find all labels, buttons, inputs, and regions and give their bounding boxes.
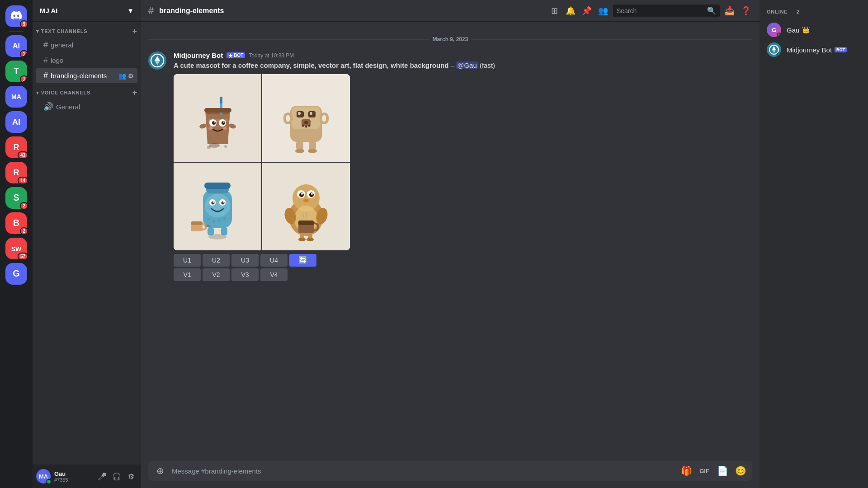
- user-initials: MA: [39, 473, 48, 480]
- member-midjourney-bot[interactable]: Midjourney Bot BOT: [763, 40, 864, 60]
- user-tag: #7355: [54, 477, 92, 483]
- svg-text:SW: SW: [11, 245, 22, 253]
- channel-branding-elements[interactable]: # branding-elements 👥 ⚙: [36, 68, 137, 83]
- voice-channels-section: ▾ VOICE CHANNELS + 🔊 General: [33, 87, 141, 114]
- svg-point-69: [223, 201, 224, 202]
- settings-btn[interactable]: ⚙: [125, 470, 137, 483]
- mascot-image-3[interactable]: [174, 163, 261, 250]
- voice-channels-label: ▾ VOICE CHANNELS: [36, 90, 90, 96]
- svg-text:AI: AI: [12, 117, 20, 127]
- search-input[interactable]: [617, 7, 704, 14]
- channel-actions: 👥 ⚙: [118, 72, 134, 80]
- server-divider: [9, 31, 24, 32]
- channel-name: General: [56, 103, 80, 111]
- server-icon-r43[interactable]: R 43: [5, 136, 27, 158]
- server-badge-s2: 2: [20, 202, 28, 210]
- u2-btn[interactable]: U2: [203, 254, 230, 267]
- server-icon-ma[interactable]: MA: [5, 86, 27, 108]
- deafen-btn[interactable]: 🎧: [110, 470, 123, 483]
- server-icon-sw57[interactable]: SW 57: [5, 238, 27, 259]
- member-bot-name-row: Midjourney Bot BOT: [787, 46, 847, 54]
- member-name-bot: Midjourney Bot: [787, 46, 832, 54]
- mascot-image-1[interactable]: [174, 74, 261, 162]
- u1-btn[interactable]: U1: [174, 254, 201, 267]
- svg-rect-77: [221, 227, 227, 235]
- user-controls: 🎤 🎧 ⚙: [96, 470, 137, 483]
- text-channels-header[interactable]: ▾ TEXT CHANNELS +: [33, 25, 141, 37]
- server-header[interactable]: MJ AI ▼: [33, 0, 141, 22]
- mascot-image-4[interactable]: [262, 163, 350, 250]
- date-divider: March 9, 2023: [148, 36, 752, 42]
- user-panel: MA Gau #7355 🎤 🎧 ⚙: [33, 465, 141, 488]
- pin-btn[interactable]: 📌: [580, 5, 593, 17]
- message-input-area: ⊕ 🎁 GIF 📄 😊: [141, 454, 760, 488]
- channel-voice-general[interactable]: 🔊 General: [36, 99, 137, 114]
- sticker-btn[interactable]: 📄: [714, 461, 731, 481]
- channel-header: # branding-elements ⊞ 🔔 📌 👥 🔍 📥 ❓: [141, 0, 760, 22]
- add-voice-channel-btn[interactable]: +: [132, 89, 137, 97]
- crown-icon: 👑: [802, 26, 810, 33]
- add-text-channel-btn[interactable]: +: [132, 27, 137, 35]
- server-icon-mjai[interactable]: AI 1: [5, 35, 27, 57]
- channel-name: logo: [51, 56, 63, 64]
- v3-btn[interactable]: V3: [231, 268, 259, 281]
- notifications-btn[interactable]: 🔔: [564, 5, 577, 17]
- server-icon-b2[interactable]: B 2: [5, 212, 27, 234]
- gif-btn[interactable]: GIF: [696, 461, 712, 481]
- add-attachment-btn[interactable]: ⊕: [152, 461, 168, 481]
- message-mention[interactable]: @Gau: [456, 61, 478, 69]
- channel-hash-icon: #: [43, 56, 48, 65]
- search-bar[interactable]: 🔍: [613, 5, 720, 17]
- v4-btn[interactable]: V4: [260, 268, 288, 281]
- refresh-btn[interactable]: 🔄: [289, 254, 316, 267]
- inbox-btn[interactable]: 📥: [723, 5, 736, 17]
- svg-text:T: T: [14, 67, 19, 76]
- mute-btn[interactable]: 🎤: [96, 470, 108, 483]
- channel-settings-icon[interactable]: ⚙: [128, 72, 134, 80]
- voice-channels-header[interactable]: ▾ VOICE CHANNELS +: [33, 87, 141, 99]
- member-gau[interactable]: G Gau 👑: [763, 20, 864, 40]
- channel-members-icon[interactable]: 👥: [118, 72, 126, 80]
- server-badge-2: 1: [20, 75, 27, 82]
- mascot-image-2[interactable]: [262, 74, 350, 162]
- message-input[interactable]: [172, 461, 675, 481]
- server-badge-43: 43: [18, 151, 28, 159]
- svg-rect-76: [208, 227, 214, 235]
- threads-btn[interactable]: ⊞: [548, 5, 561, 17]
- message-header: Midjourney Bot BOT Today at 10:33 PM: [174, 52, 752, 59]
- gift-btn[interactable]: 🎁: [678, 461, 694, 481]
- svg-point-34: [222, 127, 227, 130]
- server-icon-2[interactable]: T 1: [5, 61, 27, 82]
- member-name-gau: Gau: [787, 26, 799, 34]
- svg-rect-26: [220, 97, 222, 103]
- discord-home-icon[interactable]: 9: [5, 5, 27, 27]
- server-icon-g[interactable]: G: [5, 263, 27, 285]
- channel-logo[interactable]: # logo: [36, 53, 137, 68]
- v2-btn[interactable]: V2: [203, 268, 230, 281]
- image-grid: [174, 74, 350, 250]
- server-sidebar: 9 AI 1 T 1 MA AI R 43 R 14 S 2 B 2 SW 57…: [0, 0, 33, 488]
- svg-text:B: B: [13, 218, 19, 228]
- channel-name: branding-elements: [51, 72, 107, 80]
- server-icon-s2[interactable]: S 2: [5, 187, 27, 209]
- action-row-1: U1 U2 U3 U4 🔄: [174, 254, 752, 267]
- members-btn[interactable]: 👥: [597, 5, 609, 17]
- server-icon-r14[interactable]: R 14: [5, 162, 27, 183]
- emoji-btn[interactable]: 😊: [732, 461, 749, 481]
- svg-point-56: [302, 124, 304, 127]
- v1-btn[interactable]: V1: [174, 268, 201, 281]
- members-sidebar: ONLINE — 2 G Gau 👑 Midj: [760, 0, 868, 488]
- svg-rect-47: [310, 112, 312, 115]
- online-dot-bot: [777, 52, 781, 57]
- help-btn[interactable]: ❓: [740, 5, 752, 17]
- u4-btn[interactable]: U4: [260, 254, 288, 267]
- text-channels-label: ▾ TEXT CHANNELS: [36, 28, 87, 34]
- svg-point-73: [212, 220, 215, 223]
- message-avatar: [148, 52, 166, 70]
- channel-general[interactable]: # general: [36, 38, 137, 52]
- u3-btn[interactable]: U3: [231, 254, 259, 267]
- svg-rect-40: [204, 108, 231, 113]
- server-icon-openai[interactable]: AI: [5, 111, 27, 133]
- server-dropdown-icon: ▼: [127, 7, 134, 14]
- svg-point-72: [207, 218, 210, 221]
